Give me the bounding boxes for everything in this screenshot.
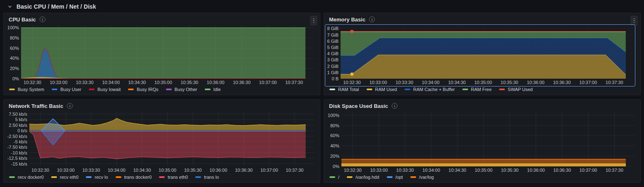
y-axis-label: 100% bbox=[7, 25, 19, 30]
row-title[interactable]: Basic CPU / Mem / Net / Disk bbox=[17, 3, 96, 10]
chevron-down-icon[interactable] bbox=[7, 4, 12, 9]
y-axis-label: -7.50 kb/s bbox=[7, 145, 27, 150]
legend-item[interactable]: Busy System bbox=[9, 87, 44, 92]
legend-item[interactable]: /var/log bbox=[410, 175, 434, 180]
legend-swatch bbox=[329, 176, 335, 178]
legend-label: SWAP Used bbox=[508, 87, 533, 92]
legend-label: Idle bbox=[213, 87, 221, 92]
x-axis-label: 10:35:30 bbox=[501, 80, 519, 85]
y-axis-label: 7 GiB bbox=[327, 33, 339, 37]
x-axis-label: 10:34:00 bbox=[102, 80, 120, 85]
plot-area[interactable] bbox=[21, 25, 314, 79]
plot-area[interactable] bbox=[341, 25, 635, 79]
x-axis-label: 10:36:00 bbox=[210, 168, 227, 173]
legend-swatch bbox=[367, 89, 372, 90]
legend-item[interactable]: RAM Used bbox=[367, 87, 397, 92]
x-axis-label: 10:35:00 bbox=[159, 168, 176, 173]
info-icon[interactable]: i bbox=[369, 16, 375, 22]
disk-chart[interactable]: 0%20%40%60%80%100% 10:32:3010:33:0010:33… bbox=[326, 112, 635, 173]
info-icon[interactable]: i bbox=[392, 103, 398, 109]
legend-label: RAM Free bbox=[471, 87, 492, 92]
y-axis-label: 8 GiB bbox=[327, 26, 339, 31]
info-icon[interactable]: i bbox=[67, 103, 73, 109]
legend-item[interactable]: RAM Cache + Buffer bbox=[405, 87, 455, 92]
legend-item[interactable]: Busy User bbox=[52, 87, 81, 92]
y-axis-label: -5 kb/s bbox=[14, 139, 27, 144]
x-axis: 10:32:3010:33:0010:33:3010:34:0010:34:30… bbox=[341, 166, 635, 173]
panel-header: Network Traffic Basic i bbox=[4, 100, 320, 110]
y-axis-label: 1 GiB bbox=[327, 70, 339, 75]
legend-swatch bbox=[387, 176, 393, 178]
x-axis-label: 10:34:30 bbox=[133, 168, 151, 173]
legend-item[interactable]: trans eth0 bbox=[159, 175, 188, 180]
legend-label: recv eth0 bbox=[60, 175, 78, 180]
legend-swatch bbox=[52, 89, 57, 90]
legend-label: Busy Other bbox=[175, 87, 197, 92]
legend-label: Busy User bbox=[60, 87, 81, 92]
panel-network-traffic-basic: Network Traffic Basic i 7.50 kb/s5 kb/s2… bbox=[3, 99, 320, 183]
y-axis-label: 7.50 kb/s bbox=[9, 112, 27, 117]
memory-legend: RAM TotalRAM UsedRAM Cache + BufferRAM F… bbox=[324, 86, 640, 95]
panel-title[interactable]: Network Traffic Basic bbox=[9, 103, 63, 109]
x-axis-label: 10:37:30 bbox=[285, 80, 303, 85]
network-legend: recv docker0recv eth0recv lotrans docker… bbox=[4, 173, 320, 182]
y-axis-label: -10 kb/s bbox=[11, 150, 27, 155]
legend-item[interactable]: trans docker0 bbox=[116, 175, 152, 180]
legend-swatch bbox=[128, 89, 134, 90]
x-axis-label: 10:36:00 bbox=[527, 168, 545, 173]
panel-title[interactable]: CPU Basic bbox=[9, 16, 36, 23]
legend-label: trans docker0 bbox=[124, 175, 152, 180]
cpu-chart[interactable]: 0%20%40%60%80%100% 10:32:3010:33:0010:33… bbox=[5, 25, 314, 86]
panel-menu-icon[interactable]: ⋮ bbox=[630, 16, 638, 26]
legend-item[interactable]: /opt bbox=[387, 175, 403, 180]
panel-title[interactable]: Disk Space Used Basic bbox=[329, 103, 388, 109]
legend-item[interactable]: Busy Iowait bbox=[89, 87, 121, 92]
legend-label: Busy Iowait bbox=[97, 87, 121, 92]
y-axis-label: 0 b/s bbox=[17, 128, 27, 133]
plot-area[interactable] bbox=[341, 112, 635, 166]
y-axis-label: 3 GiB bbox=[327, 57, 339, 62]
info-icon[interactable]: i bbox=[40, 16, 45, 22]
panel-title[interactable]: Memory Basic bbox=[329, 16, 365, 23]
memory-chart[interactable]: 0 B1 GiB2 GiB3 GiB4 GiB5 GiB6 GiB7 GiB8 … bbox=[326, 25, 635, 86]
legend-item[interactable]: /var/log.hdd bbox=[347, 175, 379, 180]
legend-label: RAM Used bbox=[375, 87, 397, 92]
legend-item[interactable]: Busy Other bbox=[166, 87, 197, 92]
legend-label: /var/log.hdd bbox=[355, 175, 379, 180]
legend-item[interactable]: recv lo bbox=[86, 175, 108, 180]
legend-label: Busy System bbox=[18, 87, 44, 92]
x-axis-label: 10:35:00 bbox=[154, 80, 172, 85]
legend-item[interactable]: recv eth0 bbox=[51, 175, 78, 180]
legend-label: / bbox=[338, 175, 339, 180]
legend-item[interactable]: recv docker0 bbox=[9, 175, 44, 180]
y-axis-label: 0% bbox=[333, 164, 339, 169]
chart-svg bbox=[29, 112, 314, 166]
legend-label: recv lo bbox=[95, 175, 108, 180]
y-axis-label: -15 kb/s bbox=[11, 161, 27, 166]
legend-label: trans lo bbox=[204, 175, 219, 180]
plot-area[interactable] bbox=[29, 112, 314, 166]
x-axis-label: 10:32:30 bbox=[31, 168, 49, 173]
panel-menu-icon[interactable]: ⋮ bbox=[310, 16, 317, 26]
y-axis-label: -2.50 kb/s bbox=[7, 134, 27, 139]
legend-item[interactable]: RAM Total bbox=[329, 87, 359, 92]
legend-item[interactable]: Busy IRQs bbox=[128, 87, 159, 92]
chart-svg bbox=[21, 25, 314, 79]
network-chart[interactable]: 7.50 kb/s5 kb/s2.50 kb/s0 b/s-2.50 kb/s-… bbox=[5, 112, 314, 173]
legend-swatch bbox=[89, 89, 95, 90]
y-axis-label: 40% bbox=[10, 56, 19, 61]
y-axis-label: 6 GiB bbox=[327, 39, 339, 44]
x-axis-label: 10:37:30 bbox=[606, 80, 623, 85]
legend-item[interactable]: SWAP Used bbox=[499, 87, 533, 92]
x-axis: 10:32:3010:33:0010:33:3010:34:0010:34:30… bbox=[29, 166, 314, 173]
legend-item[interactable]: / bbox=[329, 175, 339, 180]
legend-item[interactable]: trans lo bbox=[195, 175, 219, 180]
legend-swatch bbox=[195, 176, 201, 178]
x-axis-label: 10:32:30 bbox=[344, 168, 362, 173]
x-axis-label: 10:37:00 bbox=[580, 168, 597, 173]
legend-item[interactable]: RAM Free bbox=[462, 87, 492, 92]
y-axis-label: 20% bbox=[10, 66, 19, 71]
legend-item[interactable]: Idle bbox=[205, 87, 221, 92]
x-axis-label: 10:34:30 bbox=[449, 168, 466, 173]
x-axis: 10:32:3010:33:0010:33:3010:34:0010:34:30… bbox=[341, 79, 635, 86]
